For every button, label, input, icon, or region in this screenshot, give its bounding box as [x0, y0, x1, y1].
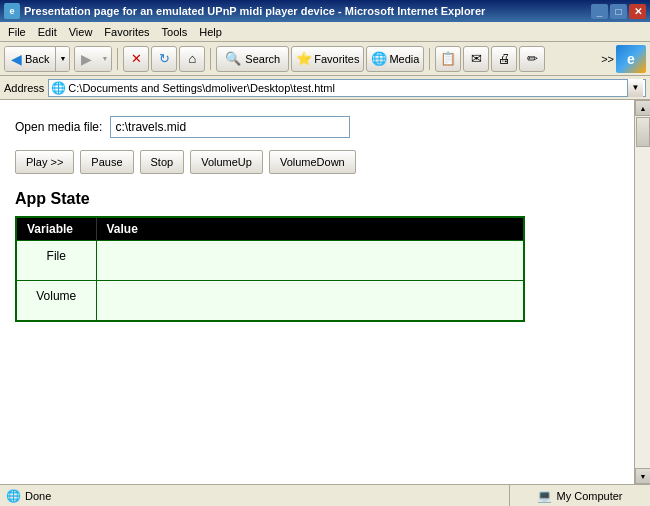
- mail-icon: ✉: [471, 51, 482, 66]
- back-button[interactable]: ◀ Back: [5, 47, 56, 71]
- address-ie-icon: 🌐: [51, 81, 66, 95]
- address-dropdown-button[interactable]: ▼: [627, 79, 643, 97]
- back-dropdown-icon: ▼: [59, 55, 66, 62]
- status-bar: 🌐 Done 💻 My Computer: [0, 484, 650, 506]
- discuss-icon: ✏: [527, 51, 538, 66]
- print-button[interactable]: 🖨: [491, 46, 517, 72]
- favorites-label: Favorites: [314, 53, 359, 65]
- refresh-icon: ↻: [159, 51, 170, 66]
- volume-up-button[interactable]: VolumeUp: [190, 150, 263, 174]
- volume-down-button[interactable]: VolumeDown: [269, 150, 356, 174]
- open-media-label: Open media file:: [15, 120, 102, 134]
- home-icon: ⌂: [188, 51, 196, 66]
- expand-toolbar[interactable]: >>: [601, 53, 614, 65]
- maximize-button[interactable]: □: [610, 4, 627, 19]
- address-input[interactable]: [68, 82, 625, 94]
- back-dropdown[interactable]: ▼: [56, 47, 69, 71]
- mail-button[interactable]: ✉: [463, 46, 489, 72]
- menu-view[interactable]: View: [63, 24, 99, 40]
- back-label: Back: [25, 53, 49, 65]
- open-media-row: Open media file:: [15, 116, 619, 138]
- refresh-button[interactable]: ↻: [151, 46, 177, 72]
- search-button[interactable]: 🔍 Search: [216, 46, 289, 72]
- stop-control-button[interactable]: Stop: [140, 150, 185, 174]
- state-table: Variable Value File Volume: [15, 216, 525, 322]
- volume-variable-cell: Volume: [16, 281, 96, 321]
- sep-1: [117, 48, 118, 70]
- status-computer-text: My Computer: [556, 490, 622, 502]
- col-variable: Variable: [16, 217, 96, 241]
- scroll-down-button[interactable]: ▼: [635, 468, 650, 484]
- col-value: Value: [96, 217, 524, 241]
- menu-edit[interactable]: Edit: [32, 24, 63, 40]
- file-value-cell: [96, 241, 524, 281]
- search-label: Search: [245, 53, 280, 65]
- star-icon: ⭐: [296, 51, 312, 66]
- forward-dropdown[interactable]: ▼: [98, 47, 111, 71]
- forward-group: ▶ ▼: [74, 46, 112, 72]
- favorites-button[interactable]: ⭐ Favorites: [291, 46, 364, 72]
- media-button[interactable]: 🌐 Media: [366, 46, 424, 72]
- media-icon: 🌐: [371, 51, 387, 66]
- toolbar: ◀ Back ▼ ▶ ▼ ✕ ↻ ⌂ 🔍 Search ⭐ Favorites …: [0, 42, 650, 76]
- forward-dropdown-icon: ▼: [101, 55, 108, 62]
- media-file-input[interactable]: [110, 116, 350, 138]
- volume-value-cell: [96, 281, 524, 321]
- forward-button[interactable]: ▶: [75, 47, 98, 71]
- close-button[interactable]: ✕: [629, 4, 646, 19]
- menu-help[interactable]: Help: [193, 24, 228, 40]
- status-globe-icon: 🌐: [6, 489, 21, 503]
- address-input-wrap: 🌐 ▼: [48, 79, 646, 97]
- app-state-title: App State: [15, 190, 619, 208]
- media-label: Media: [389, 53, 419, 65]
- menu-tools[interactable]: Tools: [156, 24, 194, 40]
- back-icon: ◀: [11, 51, 22, 67]
- sep-3: [429, 48, 430, 70]
- stop-button[interactable]: ✕: [123, 46, 149, 72]
- window-title: Presentation page for an emulated UPnP m…: [24, 5, 485, 17]
- vertical-scrollbar: ▲ ▼: [634, 100, 650, 484]
- stop-icon: ✕: [131, 51, 142, 66]
- play-button[interactable]: Play >>: [15, 150, 74, 174]
- file-variable-cell: File: [16, 241, 96, 281]
- title-bar: e Presentation page for an emulated UPnP…: [0, 0, 650, 22]
- menu-bar: File Edit View Favorites Tools Help: [0, 22, 650, 42]
- browser-content: Open media file: Play >> Pause Stop Volu…: [0, 100, 634, 484]
- app-icon: e: [4, 3, 20, 19]
- search-icon: 🔍: [225, 51, 241, 66]
- address-bar: Address 🌐 ▼: [0, 76, 650, 100]
- status-left: 🌐 Done: [0, 485, 510, 506]
- scrollbar-thumb[interactable]: [636, 117, 650, 147]
- table-row: Volume: [16, 281, 524, 321]
- ie-logo-toolbar: e: [616, 45, 646, 73]
- home-button[interactable]: ⌂: [179, 46, 205, 72]
- print-icon: 🖨: [498, 51, 511, 66]
- status-right: 💻 My Computer: [510, 489, 650, 503]
- minimize-button[interactable]: _: [591, 4, 608, 19]
- window-controls: _ □ ✕: [591, 4, 646, 19]
- history-icon: 📋: [440, 51, 456, 66]
- sep-2: [210, 48, 211, 70]
- status-computer-icon: 💻: [537, 489, 552, 503]
- address-label: Address: [4, 82, 44, 94]
- table-header-row: Variable Value: [16, 217, 524, 241]
- menu-file[interactable]: File: [2, 24, 32, 40]
- forward-icon: ▶: [81, 51, 92, 67]
- scroll-up-button[interactable]: ▲: [635, 100, 650, 116]
- menu-favorites[interactable]: Favorites: [98, 24, 155, 40]
- history-button[interactable]: 📋: [435, 46, 461, 72]
- discuss-button[interactable]: ✏: [519, 46, 545, 72]
- controls-row: Play >> Pause Stop VolumeUp VolumeDown: [15, 150, 619, 174]
- pause-button[interactable]: Pause: [80, 150, 133, 174]
- browser-content-wrap: Open media file: Play >> Pause Stop Volu…: [0, 100, 650, 484]
- status-text: Done: [25, 490, 51, 502]
- back-forward-group: ◀ Back ▼: [4, 46, 70, 72]
- table-row: File: [16, 241, 524, 281]
- scrollbar-track[interactable]: [635, 116, 650, 468]
